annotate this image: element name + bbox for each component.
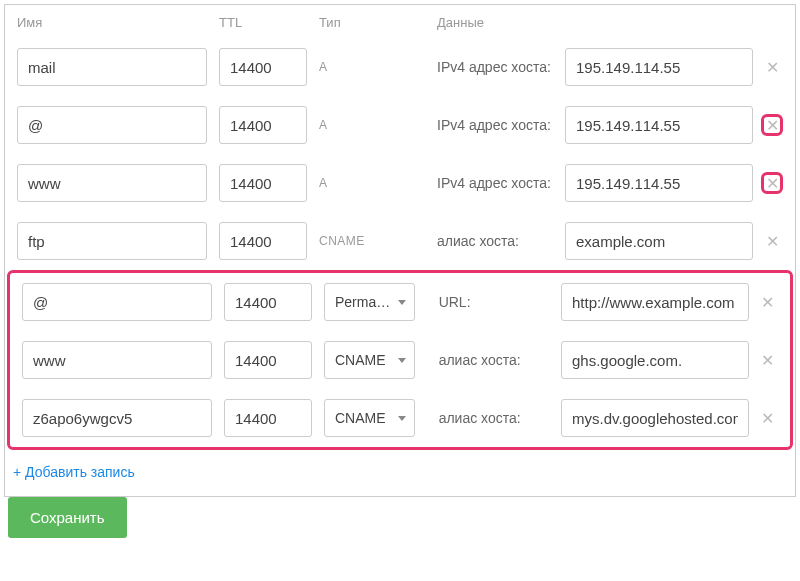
type-select-value: CNAME	[335, 352, 386, 368]
delete-button[interactable]: ✕	[757, 407, 778, 429]
table-row: AIPv4 адрес хоста:✕	[5, 154, 795, 212]
data-label: алиас хоста:	[439, 410, 557, 426]
ttl-input[interactable]	[219, 48, 307, 86]
table-row: AIPv4 адрес хоста:✕	[5, 96, 795, 154]
table-row: CNAMEалиас хоста:✕	[5, 212, 795, 270]
delete-button[interactable]: ✕	[761, 56, 783, 78]
delete-button[interactable]: ✕	[761, 114, 783, 136]
data-value-input[interactable]	[561, 399, 749, 437]
save-button[interactable]: Сохранить	[8, 497, 127, 538]
table-row: AIPv4 адрес хоста:✕	[5, 38, 795, 96]
header-name: Имя	[17, 15, 219, 30]
data-label: IPv4 адрес хоста:	[437, 175, 561, 191]
header-data: Данные	[437, 15, 783, 30]
table-row: CNAMEалиас хоста:✕	[10, 331, 790, 389]
type-label: A	[319, 60, 425, 74]
dns-records-panel: Имя TTL Тип Данные AIPv4 адрес хоста:✕AI…	[4, 4, 796, 497]
type-select[interactable]: CNAME	[324, 341, 415, 379]
type-select[interactable]: Perman…	[324, 283, 415, 321]
type-select-value: Perman…	[335, 294, 394, 310]
records-container: AIPv4 адрес хоста:✕AIPv4 адрес хоста:✕AI…	[5, 38, 795, 452]
name-input[interactable]	[17, 48, 207, 86]
table-header: Имя TTL Тип Данные	[5, 5, 795, 38]
highlighted-group: Perman…URL:✕CNAMEалиас хоста:✕CNAMEалиас…	[7, 270, 793, 450]
type-label: A	[319, 118, 425, 132]
header-type: Тип	[319, 15, 437, 30]
name-input[interactable]	[17, 164, 207, 202]
data-value-input[interactable]	[565, 48, 753, 86]
data-value-input[interactable]	[565, 164, 753, 202]
data-label: алиас хоста:	[437, 233, 561, 249]
type-label: CNAME	[319, 234, 425, 248]
data-value-input[interactable]	[561, 341, 749, 379]
table-row: Perman…URL:✕	[10, 273, 790, 331]
name-input[interactable]	[22, 283, 212, 321]
chevron-down-icon	[398, 300, 406, 305]
add-record-link[interactable]: + Добавить запись	[5, 452, 135, 496]
footer: Сохранить	[4, 497, 796, 558]
data-label: IPv4 адрес хоста:	[437, 117, 561, 133]
chevron-down-icon	[398, 416, 406, 421]
type-label: A	[319, 176, 425, 190]
ttl-input[interactable]	[219, 164, 307, 202]
ttl-input[interactable]	[219, 222, 307, 260]
chevron-down-icon	[398, 358, 406, 363]
name-input[interactable]	[22, 399, 212, 437]
ttl-input[interactable]	[224, 283, 312, 321]
delete-button[interactable]: ✕	[757, 291, 778, 313]
ttl-input[interactable]	[224, 341, 312, 379]
delete-button[interactable]: ✕	[761, 230, 783, 252]
ttl-input[interactable]	[219, 106, 307, 144]
data-label: URL:	[439, 294, 557, 310]
delete-button[interactable]: ✕	[757, 349, 778, 371]
name-input[interactable]	[17, 222, 207, 260]
data-label: алиас хоста:	[439, 352, 557, 368]
table-row: CNAMEалиас хоста:✕	[10, 389, 790, 447]
data-value-input[interactable]	[561, 283, 749, 321]
name-input[interactable]	[17, 106, 207, 144]
type-select-value: CNAME	[335, 410, 386, 426]
type-select[interactable]: CNAME	[324, 399, 415, 437]
data-label: IPv4 адрес хоста:	[437, 59, 561, 75]
ttl-input[interactable]	[224, 399, 312, 437]
data-value-input[interactable]	[565, 106, 753, 144]
header-ttl: TTL	[219, 15, 319, 30]
data-value-input[interactable]	[565, 222, 753, 260]
name-input[interactable]	[22, 341, 212, 379]
delete-button[interactable]: ✕	[761, 172, 783, 194]
